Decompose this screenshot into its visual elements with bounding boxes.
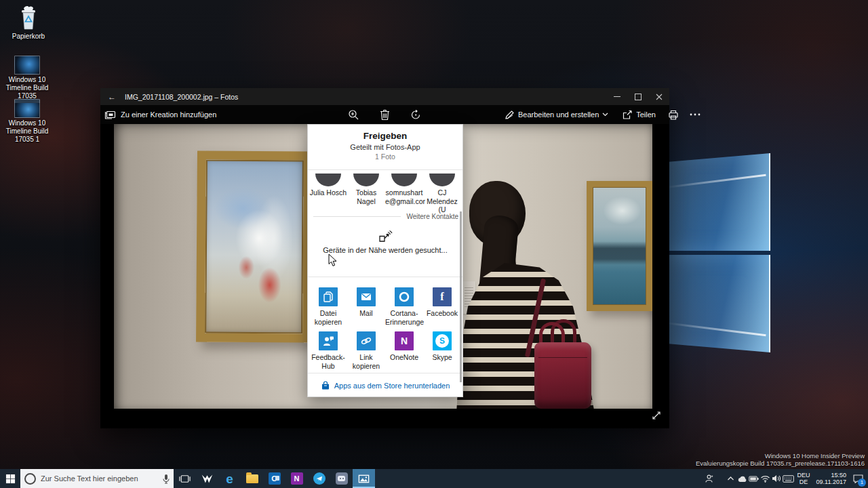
action-center-button[interactable]: 1 bbox=[849, 469, 867, 488]
discord-icon bbox=[336, 472, 348, 485]
share-target-feedback-hub[interactable]: Feedback-Hub bbox=[309, 331, 347, 370]
more-options-button[interactable] bbox=[690, 113, 701, 116]
share-button[interactable]: Teilen bbox=[622, 110, 656, 120]
red-handbag bbox=[534, 342, 591, 409]
creation-icon bbox=[104, 110, 116, 120]
print-button[interactable] bbox=[668, 110, 679, 120]
share-target-skype[interactable]: S Skype bbox=[423, 331, 461, 370]
desktop-icon-timeline-1[interactable]: Windows 10 Timeline Build 17035 bbox=[0, 56, 58, 100]
share-target-copy-file[interactable]: Datei kopieren bbox=[309, 287, 347, 326]
cortana-ring-icon bbox=[397, 290, 411, 304]
task-view-icon bbox=[178, 472, 191, 485]
edge-icon: e bbox=[226, 472, 233, 485]
fullscreen-expand-icon bbox=[651, 410, 662, 421]
share-target-label: Feedback-Hub bbox=[309, 353, 347, 370]
share-targets-grid: Datei kopieren Mail Cortana-Erinnerun bbox=[309, 287, 461, 375]
add-to-creation-button[interactable]: Zu einer Kreation hinzufügen bbox=[104, 105, 216, 124]
printer-icon bbox=[668, 110, 679, 120]
search-placeholder: Zur Suche Text hier eingeben bbox=[41, 474, 158, 483]
window-title: IMG_20171108_200002.jpg – Fotos bbox=[125, 93, 238, 101]
share-target-onenote[interactable]: N OneNote bbox=[385, 331, 423, 370]
contact-tobias[interactable]: Tobias Nagel bbox=[347, 174, 385, 214]
watermark-line1: Windows 10 Home Insider Preview bbox=[696, 452, 865, 460]
onedrive-cloud-icon[interactable] bbox=[736, 469, 748, 488]
people-icon[interactable] bbox=[704, 469, 715, 488]
share-target-cortana[interactable]: Cortana-Erinnerunge bbox=[385, 287, 423, 326]
get-apps-store-link[interactable]: Apps aus dem Store herunterladen bbox=[308, 374, 462, 397]
taskbar-discord-button[interactable] bbox=[330, 469, 353, 488]
ellipsis-icon bbox=[690, 113, 701, 116]
edit-pencil-icon bbox=[505, 110, 515, 120]
desktop-icon-label: Papierkorb bbox=[0, 33, 60, 41]
maximize-button[interactable] bbox=[627, 88, 648, 105]
share-dialog-subtitle: Geteilt mit Fotos-App bbox=[308, 143, 462, 151]
taskbar-insider-hub-button[interactable] bbox=[196, 469, 218, 488]
close-icon bbox=[656, 94, 663, 100]
avatar bbox=[429, 174, 455, 186]
share-target-copy-link[interactable]: Link kopieren bbox=[347, 331, 385, 370]
share-target-facebook[interactable]: f Facebook bbox=[423, 287, 461, 326]
trash-icon bbox=[380, 109, 390, 121]
contact-name: Tobias Nagel bbox=[347, 188, 385, 205]
date: 09.11.2017 bbox=[816, 479, 846, 485]
share-target-label: Datei kopieren bbox=[309, 309, 347, 326]
close-button[interactable] bbox=[648, 88, 669, 105]
outlook-icon: O bbox=[269, 472, 281, 485]
fullscreen-button[interactable] bbox=[651, 410, 662, 421]
desktop-icon-recycle-bin[interactable]: Papierkorb bbox=[0, 5, 60, 41]
contact-somnushart[interactable]: somnushart e@gmail.cor bbox=[385, 174, 423, 214]
mail-icon bbox=[359, 290, 373, 304]
battery-icon[interactable] bbox=[748, 469, 760, 488]
recycle-bin-icon bbox=[0, 5, 60, 31]
start-button[interactable] bbox=[0, 469, 20, 488]
desktop-icon-label: Windows 10 Timeline Build 17035 1 bbox=[0, 119, 58, 144]
facebook-f-icon: f bbox=[440, 291, 443, 303]
photos-icon bbox=[357, 472, 370, 485]
feedback-person-icon bbox=[321, 334, 335, 348]
avatar bbox=[315, 174, 341, 186]
wifi-icon[interactable] bbox=[760, 469, 771, 488]
show-hidden-icons-chevron[interactable] bbox=[725, 469, 736, 488]
contact-julia[interactable]: Julia Hosch bbox=[309, 174, 347, 214]
taskbar-task-view-button[interactable] bbox=[174, 469, 196, 488]
dialog-scrollbar[interactable] bbox=[460, 211, 462, 382]
language-indicator[interactable]: DEU DE bbox=[797, 472, 810, 485]
taskbar: Zur Suche Text hier eingeben e O N bbox=[0, 469, 868, 488]
cortana-icon bbox=[24, 473, 36, 485]
taskbar-edge-button[interactable]: e bbox=[218, 469, 241, 488]
avatar bbox=[391, 174, 417, 186]
rotate-button[interactable] bbox=[410, 108, 422, 121]
contact-suggestions: Julia Hosch Tobias Nagel somnushart e@gm… bbox=[309, 174, 461, 214]
taskbar-photos-button-active[interactable] bbox=[353, 469, 375, 488]
chain-link-icon bbox=[359, 334, 373, 348]
nearby-share-section: Geräte in der Nähe werden gesucht... bbox=[308, 230, 462, 254]
magnifier-icon bbox=[348, 109, 359, 121]
touch-keyboard-icon[interactable] bbox=[783, 469, 794, 488]
contact-cj[interactable]: CJ Melendez (U bbox=[423, 174, 461, 214]
clock[interactable]: 15:50 09.11.2017 bbox=[816, 472, 846, 485]
desktop-icon-timeline-2[interactable]: Windows 10 Timeline Build 17035 1 bbox=[0, 99, 58, 144]
taskbar-search-input[interactable]: Zur Suche Text hier eingeben bbox=[20, 469, 174, 488]
avatar bbox=[353, 174, 379, 186]
taskbar-outlook-button[interactable]: O bbox=[263, 469, 285, 488]
insider-wings-icon bbox=[201, 473, 214, 485]
edit-create-button[interactable]: Bearbeiten und erstellen bbox=[505, 110, 608, 120]
share-dialog-title: Freigeben bbox=[308, 131, 462, 141]
copy-file-icon bbox=[321, 290, 335, 304]
taskbar-file-explorer-button[interactable] bbox=[241, 469, 263, 488]
share-target-mail[interactable]: Mail bbox=[347, 287, 385, 326]
more-contacts-link[interactable]: Weitere Kontakte bbox=[406, 213, 458, 220]
volume-icon[interactable] bbox=[771, 469, 783, 488]
edit-create-label: Bearbeiten und erstellen bbox=[518, 110, 599, 119]
taskbar-onenote-button[interactable]: N bbox=[285, 469, 308, 488]
zoom-button[interactable] bbox=[347, 108, 359, 121]
taskbar-telegram-button[interactable] bbox=[308, 469, 330, 488]
delete-button[interactable] bbox=[378, 108, 391, 121]
photos-titlebar: ← IMG_20171108_200002.jpg – Fotos bbox=[100, 88, 669, 105]
back-button[interactable]: ← bbox=[100, 88, 123, 105]
minimize-button[interactable] bbox=[606, 88, 627, 105]
onenote-n-icon: N bbox=[401, 336, 408, 346]
contact-name: somnushart e@gmail.cor bbox=[385, 188, 423, 205]
minimize-icon bbox=[614, 96, 620, 97]
microphone-icon[interactable] bbox=[163, 474, 170, 484]
